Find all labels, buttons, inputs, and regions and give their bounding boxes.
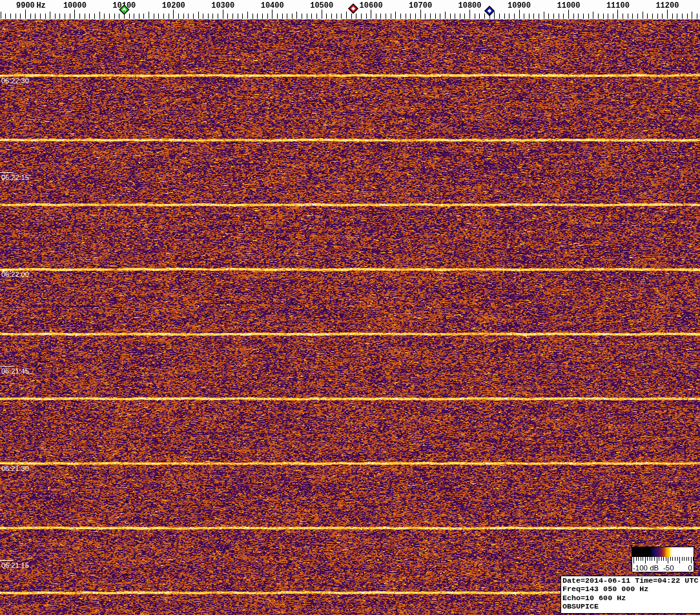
svg-text:11200: 11200 xyxy=(655,1,679,10)
svg-text:10800: 10800 xyxy=(458,1,481,10)
svg-text:10600: 10600 xyxy=(360,1,383,10)
svg-text:10900: 10900 xyxy=(508,1,531,10)
svg-text:9900: 9900 xyxy=(16,1,35,10)
svg-text:10700: 10700 xyxy=(409,1,432,10)
svg-text:10200: 10200 xyxy=(162,1,185,10)
svg-text:10000: 10000 xyxy=(63,1,87,10)
svg-text:Hz: Hz xyxy=(36,1,45,10)
svg-text:11100: 11100 xyxy=(606,1,630,10)
svg-text:10300: 10300 xyxy=(211,1,234,10)
svg-text:10500: 10500 xyxy=(310,1,333,10)
svg-text:10400: 10400 xyxy=(261,1,284,10)
svg-text:11000: 11000 xyxy=(557,1,580,10)
